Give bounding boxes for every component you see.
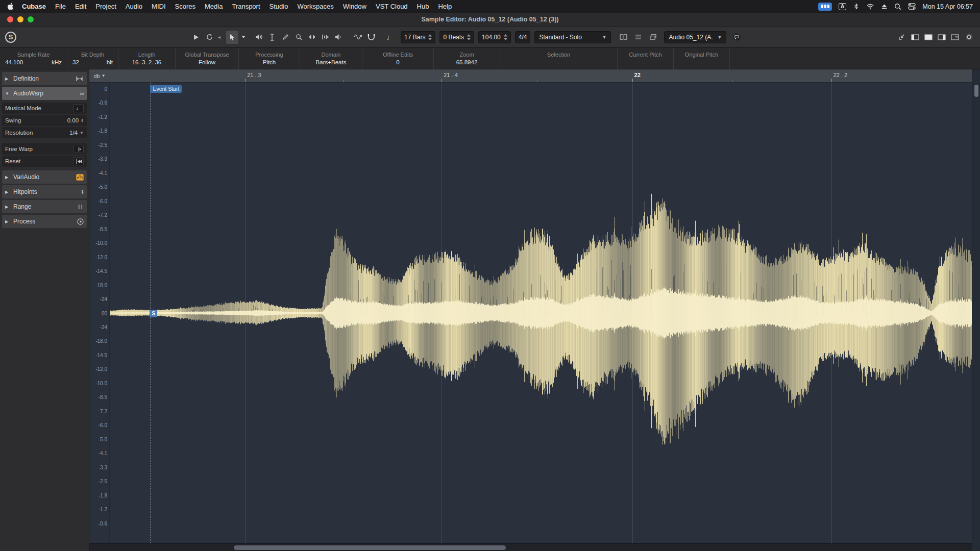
steinberg-logo-icon[interactable]: S <box>5 32 16 43</box>
toolbar-collapse-icon[interactable]: ◂ <box>218 34 220 40</box>
musical-time-base-icon[interactable]: ♩ <box>384 31 397 44</box>
event-start-handle[interactable]: Event Start <box>150 85 182 93</box>
waveform-canvas[interactable] <box>110 83 972 543</box>
info-col-offline-edits[interactable]: Offline Edits0 <box>362 48 434 69</box>
info-col-processing[interactable]: ProcessingPitch <box>239 48 300 69</box>
inspector-section-process[interactable]: ▶Process <box>2 215 87 228</box>
info-col-global-transpose[interactable]: Global TransposeFollow <box>176 48 239 69</box>
menu-item-project[interactable]: Project <box>91 3 120 10</box>
reset-icon[interactable] <box>74 157 84 165</box>
menu-item-midi[interactable]: MIDI <box>147 3 170 10</box>
close-window-button[interactable] <box>7 16 13 22</box>
acoustic-feedback-icon[interactable] <box>253 31 265 44</box>
info-col-zoom[interactable]: Zoom65.8942 <box>434 48 500 69</box>
freewarp-icon[interactable] <box>74 145 84 153</box>
stepper-icon[interactable] <box>428 34 432 40</box>
menu-item-vst-cloud[interactable]: VST Cloud <box>371 3 412 10</box>
draw-tool-icon[interactable] <box>279 31 291 44</box>
info-col-sample-rate[interactable]: Sample Rate44.100kHz <box>0 48 67 69</box>
audition-loop-button[interactable] <box>203 31 215 44</box>
inspector-row-resolution[interactable]: Resolution1/4▼ <box>2 127 87 138</box>
track-list-icon[interactable] <box>632 31 644 44</box>
open-in-window-button[interactable] <box>949 31 961 43</box>
bluetooth-icon[interactable] <box>853 3 860 10</box>
menu-item-media[interactable]: Media <box>200 3 227 10</box>
menu-item-help[interactable]: Help <box>433 3 456 10</box>
zoom-preset-icon[interactable] <box>617 31 629 44</box>
menu-item-transport[interactable]: Transport <box>227 3 264 10</box>
menu-item-file[interactable]: File <box>51 3 70 10</box>
input-switcher-icon[interactable] <box>818 3 832 11</box>
snap-zero-crossing-icon[interactable] <box>352 31 364 44</box>
notepad-bubble-icon[interactable] <box>730 31 743 44</box>
process-icon[interactable] <box>77 218 84 225</box>
chevrons-icon[interactable]: ››› <box>80 90 84 96</box>
waveform-display[interactable]: Event Start S <box>110 83 972 543</box>
stepper-icon[interactable]: ▲▼ <box>81 118 84 122</box>
inspector-section-hitpoints[interactable]: ▶HitpointsŦ <box>2 185 87 198</box>
musical-note-icon[interactable]: ♩ <box>74 104 84 112</box>
inspector-row-musical-mode[interactable]: Musical Mode♩ <box>2 103 87 114</box>
keyboard-layout-icon[interactable]: A <box>839 3 846 10</box>
info-col-original-pitch[interactable]: Original Pitch- <box>674 48 730 69</box>
inspector-row-swing[interactable]: Swing0.00▲▼ <box>2 115 87 126</box>
vertical-scrollbar-thumb[interactable] <box>974 85 978 97</box>
info-col-domain[interactable]: DomainBars+Beats <box>300 48 362 69</box>
horizontal-scrollbar[interactable] <box>89 543 972 551</box>
tool-dropdown-button[interactable] <box>239 31 248 44</box>
info-col-selection[interactable]: Selection- <box>500 48 618 69</box>
info-col-bit-depth[interactable]: Bit Depth32bit <box>67 48 118 69</box>
menu-item-workspaces[interactable]: Workspaces <box>292 3 338 10</box>
stepper-icon[interactable] <box>504 34 507 40</box>
length-bars-field[interactable]: 17 Bars <box>401 31 435 43</box>
inspector-row-free-warp[interactable]: Free Warp <box>2 143 87 155</box>
wifi-icon[interactable] <box>866 3 874 10</box>
play-tool-icon[interactable] <box>332 31 345 44</box>
toggle-left-zone-button[interactable] <box>910 31 921 43</box>
toggle-right-zone-button[interactable] <box>936 31 947 43</box>
inspector-row-reset[interactable]: Reset <box>2 156 87 167</box>
tool-select-button[interactable] <box>226 31 238 44</box>
zoom-tool-icon[interactable] <box>292 31 305 44</box>
layers-icon[interactable] <box>647 31 659 44</box>
zoom-window-button[interactable] <box>28 16 34 22</box>
spotlight-search-icon[interactable] <box>894 3 901 10</box>
menu-item-studio[interactable]: Studio <box>265 3 293 10</box>
editor-settings-gear-icon[interactable] <box>963 31 975 44</box>
menu-item-scores[interactable]: Scores <box>170 3 200 10</box>
menu-item-cubase[interactable]: Cubase <box>17 3 51 10</box>
variaudio-icon[interactable] <box>76 174 84 181</box>
stepper-icon[interactable] <box>467 34 471 40</box>
snap-point-marker[interactable]: S <box>150 310 157 317</box>
audition-play-button[interactable] <box>190 31 202 44</box>
trim-tool-icon[interactable] <box>306 31 318 44</box>
minimize-window-button[interactable] <box>17 16 23 22</box>
scale-unit-dropdown[interactable]: db ▼ <box>89 69 110 83</box>
menu-item-window[interactable]: Window <box>338 3 371 10</box>
scrollbar-thumb[interactable] <box>234 545 506 550</box>
hitpoints-icon[interactable]: Ŧ <box>81 189 84 195</box>
definition-grid-icon[interactable] <box>76 76 84 82</box>
menu-item-audio[interactable]: Audio <box>121 3 147 10</box>
info-col-length[interactable]: Length16. 3. 2. 36 <box>118 48 176 69</box>
minimize-editor-icon[interactable] <box>895 31 908 44</box>
scrub-tool-icon[interactable] <box>319 31 331 44</box>
tempo-field[interactable]: 104.00 <box>478 31 511 43</box>
range-selection-tool-icon[interactable] <box>266 31 278 44</box>
toggle-lower-zone-button[interactable] <box>923 31 934 43</box>
snap-on-off-icon[interactable] <box>365 31 377 44</box>
info-col-current-pitch[interactable]: Current Pitch- <box>618 48 674 69</box>
control-center-icon[interactable] <box>908 3 916 10</box>
range-bars-icon[interactable] <box>77 204 84 210</box>
timeline-ruler[interactable]: 21 . 321 . 42222 . 2 <box>110 69 972 83</box>
inspector-section-range[interactable]: ▶Range <box>2 200 87 213</box>
inspector-section-variaudio[interactable]: ▶VariAudio <box>2 170 87 184</box>
scrollbar-track[interactable] <box>110 545 971 550</box>
time-signature-field[interactable]: 4/4 <box>515 31 531 43</box>
clip-selector-dropdown[interactable]: Audio 05_12 (A. ▼ <box>664 31 726 43</box>
eject-icon[interactable] <box>881 3 888 10</box>
menu-item-edit[interactable]: Edit <box>70 3 91 10</box>
inspector-section-audiowarp[interactable]: ▼AudioWarp››› <box>2 87 87 100</box>
apple-menu-icon[interactable] <box>7 3 15 10</box>
inspector-section-definition[interactable]: ▶Definition <box>2 72 87 85</box>
